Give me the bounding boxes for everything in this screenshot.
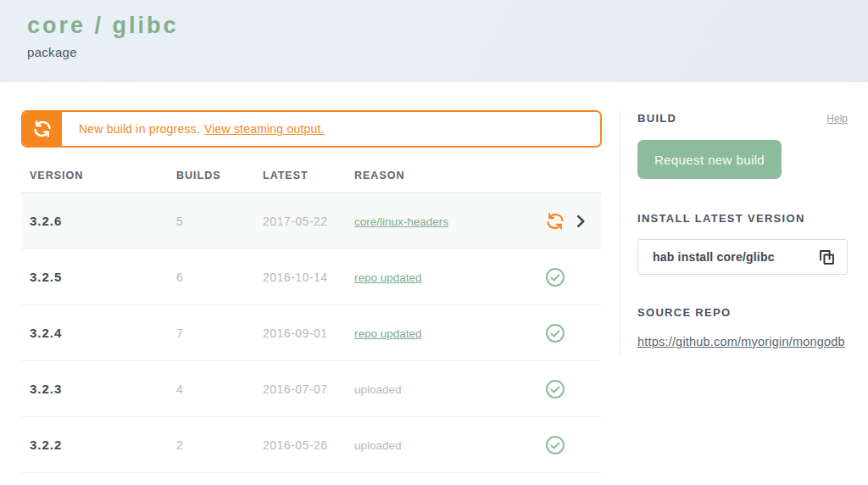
reason-label: uploaded <box>354 383 402 396</box>
main-column: New build in progress. View steaming out… <box>0 82 620 485</box>
build-success-icon <box>545 379 565 399</box>
version-label: 3.2.5 <box>30 270 176 284</box>
build-in-progress-alert: New build in progress. View steaming out… <box>21 110 602 148</box>
build-success-icon <box>545 323 565 343</box>
column-header-reason: REASON <box>354 170 542 181</box>
build-in-progress-icon <box>545 211 565 231</box>
page-subtitle: package <box>27 45 868 59</box>
status-cell <box>542 323 568 343</box>
source-repo-link[interactable]: https://github.com/myorigin/mongodb <box>637 335 845 348</box>
page-title: core / glibc <box>27 13 868 39</box>
builds-count: 7 <box>176 326 263 340</box>
reason-cell: uploaded uploaded <box>354 382 542 397</box>
vertical-divider <box>620 110 620 356</box>
reason-cell: repo updated repo updated <box>354 326 542 341</box>
help-link[interactable]: Help <box>826 113 848 125</box>
column-header-version: VERSION <box>30 170 176 181</box>
reason-label: uploaded <box>354 439 402 452</box>
reason-cell: core/linux-headers core/linux-headers <box>354 214 542 229</box>
sidebar: BUILD Help Request new build INSTALL LAT… <box>620 82 868 485</box>
status-cell <box>542 211 568 231</box>
latest-date: 2016-07-07 <box>263 382 354 396</box>
alert-message: New build in progress. <box>79 122 200 136</box>
reason-link[interactable]: repo updated <box>354 327 422 340</box>
status-cell <box>542 435 568 455</box>
column-header-builds: BUILDS <box>176 170 263 181</box>
reason-cell: uploaded uploaded <box>354 438 542 453</box>
source-repo-heading: SOURCE REPO <box>637 306 848 319</box>
builds-count: 4 <box>176 382 263 396</box>
expand-cell[interactable] <box>568 212 593 231</box>
version-label: 3.2.3 <box>30 382 176 396</box>
build-section-heading: BUILD <box>637 112 676 125</box>
latest-date: 2016-05-26 <box>263 438 354 452</box>
version-label: 3.2.6 <box>30 214 176 228</box>
latest-date: 2016-09-01 <box>263 326 354 340</box>
latest-date: 2017-05-22 <box>263 215 354 228</box>
table-body: 3.2.6 5 2017-05-22 core/linux-headers co… <box>21 193 602 473</box>
sync-icon <box>32 119 53 139</box>
install-section-heading: INSTALL LATEST VERSION <box>637 212 848 225</box>
version-label: 3.2.2 <box>30 438 176 452</box>
install-command-text: hab install core/glibc <box>653 250 775 264</box>
version-label: 3.2.4 <box>30 326 176 340</box>
reason-link[interactable]: repo updated <box>354 271 422 284</box>
table-header: VERSION BUILDS LATEST REASON <box>21 148 602 193</box>
view-streaming-output-link[interactable]: View steaming output. <box>204 122 325 136</box>
column-header-latest: LATEST <box>263 170 354 181</box>
page-header: core / glibc package <box>0 0 868 82</box>
content-area: New build in progress. View steaming out… <box>0 82 868 485</box>
status-cell <box>542 379 568 399</box>
builds-count: 6 <box>176 270 263 284</box>
latest-date: 2016-10-14 <box>263 270 354 284</box>
builds-count: 2 <box>176 438 263 452</box>
install-command-box: hab install core/glibc <box>637 239 848 275</box>
table-row[interactable]: 3.2.2 2 2016-05-26 uploaded uploaded <box>21 417 602 473</box>
reason-link[interactable]: core/linux-headers <box>354 215 448 228</box>
request-new-build-button[interactable]: Request new build <box>637 140 782 179</box>
alert-icon-box <box>23 112 62 146</box>
reason-cell: repo updated repo updated <box>354 270 542 285</box>
alert-text: New build in progress. View steaming out… <box>62 112 325 146</box>
table-row[interactable]: 3.2.4 7 2016-09-01 repo updated repo upd… <box>21 305 602 361</box>
builds-count: 5 <box>176 215 263 228</box>
status-cell <box>542 267 568 287</box>
build-success-icon <box>545 267 565 287</box>
table-row[interactable]: 3.2.3 4 2016-07-07 uploaded uploaded <box>21 361 602 417</box>
build-success-icon <box>545 435 565 455</box>
table-row[interactable]: 3.2.5 6 2016-10-14 repo updated repo upd… <box>21 249 602 305</box>
copy-icon <box>818 248 836 266</box>
chevron-right-icon <box>571 212 590 231</box>
table-row[interactable]: 3.2.6 5 2017-05-22 core/linux-headers co… <box>21 193 602 249</box>
copy-button[interactable] <box>818 248 836 266</box>
